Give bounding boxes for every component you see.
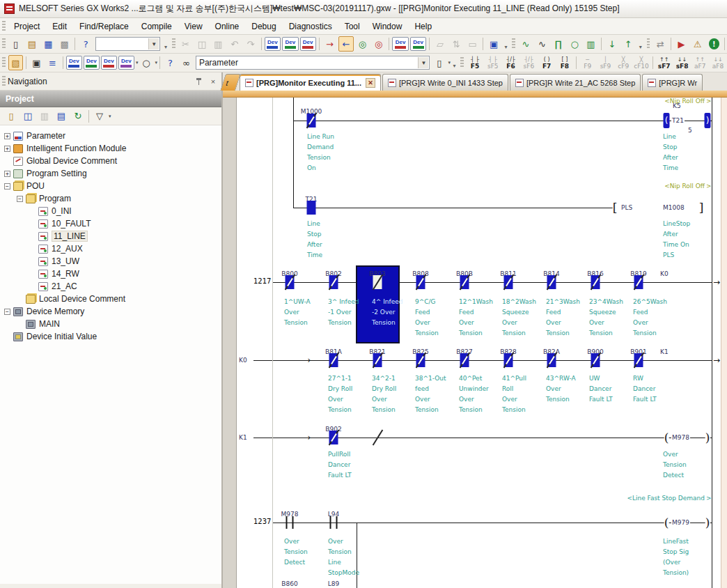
contact-B81A[interactable] — [329, 353, 338, 367]
tree-item-parameter[interactable]: +Parameter — [0, 130, 221, 142]
run-icon[interactable]: ▶ — [674, 36, 689, 52]
contact-B808[interactable] — [416, 275, 425, 289]
ladder-symbol-cf9[interactable]: ╳cF9 — [614, 54, 632, 71]
chevron-down-icon[interactable]: ▼ — [148, 38, 159, 49]
close-icon[interactable]: × — [208, 76, 219, 87]
find-target-icon[interactable]: ▯ — [432, 55, 446, 70]
nav-info-icon[interactable]: ▤ — [54, 109, 69, 124]
menu-edit[interactable]: Edit — [46, 20, 73, 33]
ladder-symbol-f7[interactable]: ( )F7 — [538, 54, 556, 71]
tree-item-program-setting[interactable]: +Program Setting — [0, 167, 221, 180]
document-tab[interactable]: t — [220, 74, 241, 91]
tree-item-global-device-comment[interactable]: Global Device Comment — [0, 155, 221, 167]
monitor-condition-icon[interactable]: ▥ — [584, 36, 598, 52]
chevron-down-icon[interactable]: ▼ — [418, 57, 428, 68]
tree-item-program[interactable]: −Program — [0, 192, 221, 205]
monitor-mode-icon[interactable]: ◎ — [355, 36, 370, 52]
coil-paren-right[interactable]: ) — [705, 113, 711, 128]
ladder-symbol-f8[interactable]: [ ]F8 — [556, 54, 574, 71]
save-project-icon[interactable]: ▦ — [41, 36, 56, 52]
close-icon[interactable]: ✕ — [366, 78, 375, 88]
ladder-symbol-sf6[interactable]: ┤/├sF6 — [519, 54, 538, 71]
tree-item-10-fault[interactable]: 10_FAULT — [0, 217, 221, 230]
expand-icon[interactable]: + — [4, 133, 10, 139]
toolbar-overflow-icon[interactable]: ▾ — [162, 36, 170, 52]
toolbar-overflow-icon[interactable]: ▾ — [636, 36, 645, 52]
contact-B814[interactable] — [547, 275, 556, 289]
ladder-symbol-f5[interactable]: ┤ ├F5 — [466, 54, 484, 71]
contact-B802[interactable] — [329, 275, 338, 289]
instruction-pls[interactable]: PLS — [620, 204, 633, 211]
transfer-setup-icon[interactable]: ⇅ — [449, 36, 464, 52]
menu-view[interactable]: View — [178, 20, 209, 33]
nav-new-icon[interactable]: ▯ — [3, 109, 19, 124]
ladder-symbol-sf9[interactable]: │sF9 — [597, 54, 615, 71]
pin-icon[interactable] — [194, 76, 205, 87]
chevron-down-icon[interactable]: ▾ — [136, 60, 139, 65]
contact-L94[interactable] — [330, 516, 338, 529]
tree-item-device-initial-value[interactable]: Device Initial Value — [0, 330, 221, 343]
coil-paren-left[interactable]: ( — [664, 517, 669, 529]
device-init-icon[interactable]: Dev — [101, 56, 117, 70]
open-project-icon[interactable]: ▤ — [24, 36, 39, 52]
coil-paren-right[interactable]: ) — [705, 432, 710, 444]
contact-B800[interactable] — [286, 275, 295, 289]
sampling-trace-icon[interactable]: ↓ — [604, 36, 619, 52]
ladder-symbol-sf7[interactable]: ↑↑sF7 — [655, 54, 673, 71]
help2-icon[interactable]: ? — [163, 55, 178, 70]
new-project-icon[interactable]: ▯ — [8, 36, 23, 52]
nav-refresh-icon[interactable]: ↻ — [70, 109, 86, 124]
find-binoculars-icon[interactable]: ∞ — [179, 55, 194, 70]
verify-icon[interactable]: ▱ — [432, 36, 447, 52]
menu-online[interactable]: Online — [209, 20, 246, 33]
contact-unnamed[interactable] — [373, 431, 382, 444]
find-target-combobox[interactable]: Parameter▼ — [196, 56, 430, 70]
menu-diagnostics[interactable]: Diagnostics — [283, 20, 338, 33]
pc-monitor-icon[interactable]: ▣ — [486, 36, 501, 52]
document-tab[interactable]: [PRG]R Write 0_INI 1433 Step — [382, 74, 508, 91]
toolbar-overflow-icon[interactable]: ▾ — [502, 36, 510, 52]
device-batch-icon[interactable]: Dev — [300, 37, 316, 51]
expand-icon[interactable]: + — [4, 146, 10, 152]
document-tab-active[interactable]: [PRG]Monitor Executing 11...✕ — [240, 74, 381, 91]
nav-filter-icon[interactable]: ▽ — [92, 109, 107, 124]
contact-B821[interactable] — [373, 353, 382, 367]
document-tab[interactable]: [PRG]R Wr — [642, 74, 703, 91]
remote-operation-icon[interactable]: ▭ — [465, 36, 480, 52]
contact-B827[interactable] — [460, 353, 469, 367]
coil-paren-left[interactable]: ( — [664, 113, 670, 128]
ladder-symbol-sf5[interactable]: ┤ ├sF5 — [484, 54, 502, 71]
tree-item-0-ini[interactable]: 0_INI — [0, 205, 221, 217]
tree-item-local-device-comment[interactable]: Local Device Comment — [0, 293, 221, 305]
menu-tool[interactable]: Tool — [338, 20, 366, 33]
print-icon[interactable]: ▩ — [57, 36, 72, 52]
tree-item-21-ac[interactable]: 21_AC — [0, 280, 221, 293]
contact-B82A[interactable] — [547, 353, 556, 367]
ladder-symbol-af7[interactable]: ↑↑aF7 — [691, 54, 709, 71]
menu-find-replace[interactable]: Find/Replace — [73, 20, 135, 33]
sampling-trace2-icon[interactable]: ↑ — [621, 36, 636, 52]
contact-B803[interactable] — [373, 275, 382, 289]
vertical-scrollbar[interactable] — [721, 98, 727, 588]
menu-compile[interactable]: Compile — [135, 20, 178, 33]
function-block-icon[interactable]: ▣ — [29, 55, 44, 70]
ladder-symbol-f9[interactable]: ─F9 — [579, 54, 597, 71]
write-to-plc-icon[interactable]: → — [322, 36, 337, 52]
device-find-icon[interactable]: ○ — [139, 55, 153, 70]
contact-B900[interactable] — [591, 353, 600, 367]
contact-B828[interactable] — [504, 353, 513, 367]
menu-debug[interactable]: Debug — [245, 20, 282, 33]
contact-B901[interactable] — [634, 353, 643, 367]
navigation-window-icon[interactable]: ▧ — [8, 55, 23, 70]
module-error-icon[interactable]: ! — [709, 38, 720, 49]
error-warning-icon[interactable]: ⚠ — [690, 36, 705, 52]
device-test-icon[interactable]: Dev — [410, 37, 426, 51]
chevron-down-icon[interactable]: ▾ — [155, 60, 157, 65]
coil-paren-right[interactable]: ) — [705, 517, 710, 529]
device-memory-icon[interactable]: Dev — [84, 56, 100, 70]
collapse-icon[interactable]: − — [17, 196, 23, 202]
watch-monitor-icon[interactable]: ○ — [567, 36, 581, 52]
tree-item-14-rw[interactable]: 14_RW — [0, 268, 221, 280]
read-from-plc-icon[interactable]: ← — [338, 36, 353, 52]
ladder-editor-canvas[interactable]: 12171237K55K0K1B860L89K0K1M1000T21B800B8… — [237, 98, 721, 588]
